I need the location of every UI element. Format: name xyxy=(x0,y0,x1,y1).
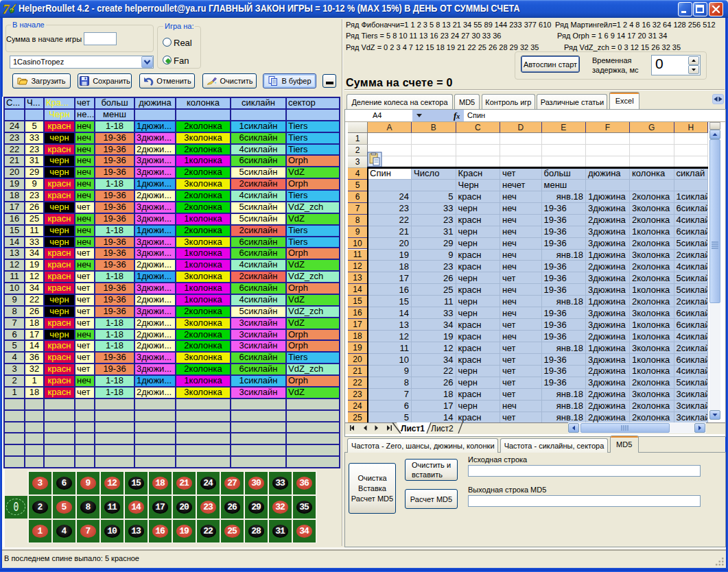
svg-text:Лист2: Лист2 xyxy=(431,424,454,433)
svg-text:7: 7 xyxy=(3,2,10,16)
svg-text:Лист1: Лист1 xyxy=(401,424,425,433)
